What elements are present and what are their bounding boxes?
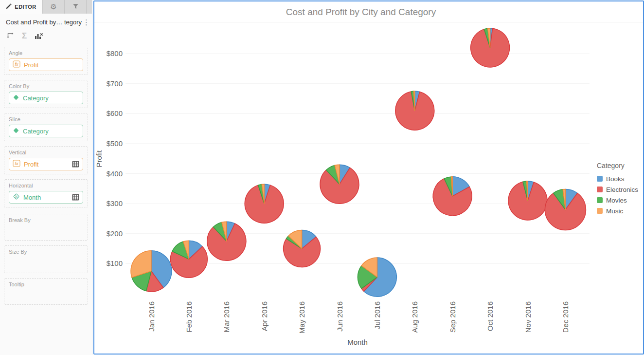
diamond-icon <box>13 94 19 102</box>
field-label: Vertical <box>9 149 83 155</box>
svg-text:Aug 2016: Aug 2016 <box>411 301 419 333</box>
pie-marker-nov[interactable] <box>508 181 547 220</box>
field-label: Horizontal <box>9 183 83 188</box>
x-axis-title: Month <box>347 338 368 346</box>
svg-text:$400: $400 <box>107 169 123 178</box>
field-group-slice: Slice Category <box>4 113 88 141</box>
pencil-icon <box>6 3 12 10</box>
legend-item-music[interactable]: Music <box>597 207 624 215</box>
diamond-icon <box>13 127 19 135</box>
pie-marker-jan[interactable] <box>131 251 172 292</box>
chart-type-icon[interactable] <box>35 33 43 39</box>
field-group-break-by[interactable]: Break By <box>4 214 88 241</box>
diamond-fx-icon: fx <box>13 193 20 202</box>
field-pill-color-by[interactable]: Category <box>9 92 83 104</box>
fx-icon: fx <box>13 160 20 168</box>
field-group-horizontal: Horizontal fx Month <box>4 179 88 207</box>
svg-text:Jan 2016: Jan 2016 <box>147 301 156 332</box>
field-value: Profit <box>24 61 38 69</box>
widget-menu-kebab-icon[interactable]: ⋮ <box>82 19 91 26</box>
grid-icon[interactable] <box>72 194 79 201</box>
field-label: Slice <box>9 116 83 122</box>
pie-marker-jun[interactable] <box>320 165 359 204</box>
tab-editor[interactable]: EDITOR <box>0 0 43 14</box>
app-root: EDITOR ⚙ Cost and Profit by… tegory ⋮ <box>0 0 644 355</box>
field-pill-vertical[interactable]: fx Profit <box>9 158 83 170</box>
pie-marker-mar[interactable] <box>207 222 246 261</box>
field-label: Angle <box>9 50 83 56</box>
field-group-tooltip[interactable]: Tooltip <box>4 278 88 305</box>
svg-text:$300: $300 <box>107 199 123 207</box>
tab-editor-label: EDITOR <box>15 4 36 10</box>
field-pill-angle[interactable]: fx Profit <box>9 58 83 71</box>
svg-text:Jun 2016: Jun 2016 <box>336 301 344 332</box>
svg-text:$100: $100 <box>107 259 123 267</box>
field-pill-horizontal[interactable]: fx Month <box>9 191 83 204</box>
svg-text:Oct 2016: Oct 2016 <box>486 301 494 331</box>
fx-icon: fx <box>13 60 20 69</box>
svg-text:fx: fx <box>15 62 18 67</box>
field-group-color-by: Color By Category <box>4 80 88 108</box>
sidebar-tabbar: EDITOR ⚙ <box>0 0 92 14</box>
svg-text:fx: fx <box>15 161 18 166</box>
gear-icon: ⚙ <box>50 2 56 11</box>
grid-icon[interactable] <box>72 161 79 168</box>
svg-text:Electronics: Electronics <box>606 186 638 193</box>
svg-text:Feb 2016: Feb 2016 <box>185 301 193 332</box>
svg-text:Apr 2016: Apr 2016 <box>260 301 268 331</box>
pie-marker-apr[interactable] <box>245 184 284 223</box>
sigma-icon[interactable]: Σ <box>22 32 27 40</box>
field-label: Size By <box>9 249 83 255</box>
svg-text:$500: $500 <box>107 139 123 148</box>
pie-marker-feb[interactable] <box>170 241 207 278</box>
tabbar-spacer <box>87 0 92 14</box>
svg-text:Dec 2016: Dec 2016 <box>561 301 570 333</box>
pie-marker-dec[interactable] <box>545 189 586 230</box>
editor-toolbar: Σ <box>0 28 92 46</box>
svg-text:Movies: Movies <box>606 197 627 204</box>
field-group-vertical: Vertical fx Profit <box>4 146 88 174</box>
field-label: Break By <box>9 217 83 223</box>
field-panel: Angle fx Profit Color By Category <box>0 46 92 355</box>
tab-settings[interactable]: ⚙ <box>43 0 65 14</box>
tab-filters[interactable] <box>65 0 87 14</box>
svg-text:$800: $800 <box>107 49 123 57</box>
widget-title: Cost and Profit by… tegory <box>6 19 82 26</box>
swap-axes-icon[interactable] <box>6 32 14 40</box>
chart-widget-panel[interactable]: Cost and Profit by City and Category$100… <box>93 0 644 355</box>
svg-text:May 2016: May 2016 <box>298 301 306 334</box>
field-value: Profit <box>24 161 38 168</box>
field-label: Tooltip <box>9 281 83 287</box>
pie-marker-oct[interactable] <box>471 28 510 67</box>
legend-title: Category <box>597 162 625 169</box>
svg-text:Books: Books <box>606 175 625 183</box>
pie-marker-may[interactable] <box>284 230 321 267</box>
svg-text:fx: fx <box>15 195 18 198</box>
svg-text:$600: $600 <box>107 109 123 117</box>
field-pill-slice[interactable]: Category <box>9 125 83 137</box>
pie-marker-aug[interactable] <box>395 91 434 130</box>
pie-scatter-chart: Cost and Profit by City and Category$100… <box>94 1 643 354</box>
svg-text:$200: $200 <box>107 229 123 238</box>
x-tick-labels: Jan 2016Feb 2016Mar 2016Apr 2016May 2016… <box>147 301 570 334</box>
pie-marker-jul[interactable] <box>358 258 396 297</box>
svg-text:Jul 2016: Jul 2016 <box>373 301 381 329</box>
pie-marker-sep[interactable] <box>433 177 472 216</box>
legend: CategoryBooksElectronicsMoviesMusic <box>597 162 638 215</box>
legend-item-movies[interactable]: Movies <box>597 197 627 204</box>
legend-item-books[interactable]: Books <box>597 175 625 183</box>
field-value: Category <box>23 94 49 102</box>
field-group-size-by[interactable]: Size By <box>4 245 88 273</box>
svg-text:Mar 2016: Mar 2016 <box>222 301 231 332</box>
legend-item-electronics[interactable]: Electronics <box>597 186 638 193</box>
svg-text:Sep 2016: Sep 2016 <box>448 301 457 333</box>
y-axis-title: Profit <box>95 150 103 168</box>
svg-text:$700: $700 <box>107 79 123 88</box>
editor-sidebar: EDITOR ⚙ Cost and Profit by… tegory ⋮ <box>0 0 92 355</box>
field-value: Category <box>23 128 49 135</box>
y-tick-labels: $100$200$300$400$500$600$700$800 <box>107 49 123 267</box>
field-group-angle: Angle fx Profit <box>4 47 88 75</box>
chart-title: Cost and Profit by City and Category <box>286 7 436 17</box>
y-gridlines <box>125 54 590 263</box>
widget-header: Cost and Profit by… tegory ⋮ <box>0 14 92 28</box>
